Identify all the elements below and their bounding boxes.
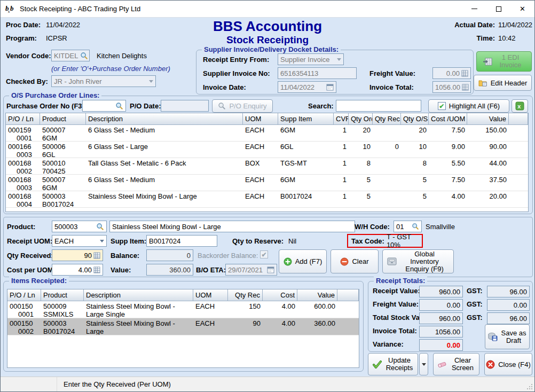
calculator-icon[interactable] xyxy=(462,84,469,91)
supplier-invoice-no-input[interactable]: 6516354113 xyxy=(278,67,357,79)
column-header[interactable]: Qty Rec xyxy=(228,289,263,301)
program-value: ICPSR xyxy=(46,34,67,42)
cost-per-uom-input[interactable]: 4.00 xyxy=(52,264,103,276)
cell: 0001660003 xyxy=(6,142,40,158)
checked-by-select[interactable]: JR - John River xyxy=(51,75,156,87)
calculator-icon[interactable] xyxy=(461,70,468,77)
po-line-row[interactable]: 0001680002500010700425Tall Glass Set - M… xyxy=(6,158,528,175)
totals-value-field: 0.00 xyxy=(419,299,463,311)
minimize-icon xyxy=(471,9,477,9)
receipt-row[interactable]: 0001500002500003B0017024Stainless Steel … xyxy=(7,318,359,335)
cell xyxy=(509,158,528,174)
column-header[interactable]: UOM xyxy=(193,289,228,301)
gst-label: GST: xyxy=(467,300,483,308)
column-header[interactable]: CVF xyxy=(334,113,349,125)
supplier-details-legend: Supplier Invoice/Delivery Docket Details… xyxy=(202,45,341,53)
receipt-uom-select[interactable]: EACH xyxy=(52,235,107,247)
cell: 500003B0017024 xyxy=(41,318,84,335)
invoice-total-input[interactable]: 1056.00 xyxy=(432,81,471,93)
qty-to-reserve-value: Nil xyxy=(288,237,296,245)
backorder-checkbox[interactable]: ✔ xyxy=(260,250,268,258)
clear-screen-button[interactable]: Clear Screen xyxy=(433,353,479,375)
freight-value-input[interactable]: 0.00 xyxy=(432,67,471,79)
balance-field: 0 xyxy=(146,249,193,261)
cell: EACH xyxy=(193,318,228,335)
search-icon[interactable] xyxy=(412,223,419,230)
cell: 6 Glass Set - Medium xyxy=(86,125,243,141)
po-enquiry-button[interactable]: P/O Enquiry xyxy=(212,99,273,113)
column-header[interactable]: Value xyxy=(467,113,509,125)
po-line-row[interactable]: 00015900015000076GM6 Glass Set - MediumE… xyxy=(6,125,528,142)
po-date-input[interactable] xyxy=(161,100,209,112)
close-window-button[interactable]: ✕ xyxy=(510,1,534,17)
column-header[interactable]: Cost /UOM xyxy=(429,113,467,125)
variance-label: Variance: xyxy=(373,340,404,348)
product-label: Product: xyxy=(7,223,35,231)
column-header[interactable]: Cost xyxy=(263,289,297,301)
cell: BOX xyxy=(243,158,278,174)
export-excel-button[interactable]: x xyxy=(512,99,528,113)
column-header[interactable]: Value xyxy=(297,289,337,301)
highlight-all-button[interactable]: ✔ Highlight All (F6) xyxy=(428,99,509,113)
svg-text:s: s xyxy=(8,9,10,14)
cell: EACH xyxy=(243,125,278,141)
resize-grip[interactable] xyxy=(531,388,532,389)
po-lines-group: O/S Purchase Order Lines: Purchase Order… xyxy=(3,96,533,214)
search-icon[interactable] xyxy=(96,223,104,231)
column-header[interactable]: Qty O/S xyxy=(401,113,429,125)
add-button[interactable]: Add (F7) xyxy=(279,249,327,273)
maximize-button[interactable] xyxy=(486,1,510,17)
column-header[interactable]: Product xyxy=(40,113,86,125)
calculator-icon[interactable] xyxy=(93,266,100,273)
invoice-date-input[interactable]: 11/04/2022 xyxy=(278,81,336,93)
clear-button[interactable]: Clear xyxy=(331,249,379,273)
close-button[interactable]: Close (F4) xyxy=(484,353,532,375)
column-header[interactable]: P/O / Ln xyxy=(7,289,41,301)
svg-text:b: b xyxy=(10,4,14,12)
receipt-entry-from-select[interactable]: Supplier Invoice xyxy=(278,53,344,65)
update-receipts-button[interactable]: Update Receipts xyxy=(368,353,418,375)
receipt-entry-from-label: Receipt Entry From: xyxy=(203,56,269,64)
column-header[interactable]: P/O / Ln xyxy=(6,113,40,125)
qty-received-input[interactable]: 90 xyxy=(52,249,103,261)
bo-eta-input[interactable]: 29/07/2021 xyxy=(225,264,277,276)
receipt-row[interactable]: 0001500001500009SSMIXLSStainless Steel M… xyxy=(7,301,359,318)
column-header[interactable]: Product xyxy=(41,289,84,301)
vendor-code-input[interactable]: KITDEL xyxy=(51,50,90,61)
inventory-drawer-icon xyxy=(387,257,397,265)
calendar-icon[interactable] xyxy=(267,266,274,273)
edit-header-button[interactable]: Edit Header xyxy=(474,75,532,91)
cell: 500009SSMIXLS xyxy=(41,301,84,318)
supp-item-input[interactable]: B0017024 xyxy=(146,235,217,247)
totals-invoice-total-label: Invoice Total: xyxy=(373,327,417,335)
save-as-draft-button[interactable]: Save as Draft xyxy=(485,324,530,349)
close-label: Close (F4) xyxy=(498,360,531,369)
column-header[interactable]: Description xyxy=(84,289,193,301)
column-header[interactable]: Supp Item xyxy=(278,113,334,125)
po-line-row[interactable]: 0001680004500003B0017024Stainless Steel … xyxy=(6,191,528,208)
column-header[interactable]: Description xyxy=(86,113,243,125)
wh-code-input[interactable]: 01 xyxy=(394,221,422,232)
product-description-field[interactable]: Stainless Steel Mixing Bowl - Large xyxy=(109,221,355,232)
cell: 150.00 xyxy=(467,125,509,141)
update-receipts-menu-button[interactable] xyxy=(419,353,428,375)
global-inventory-enquiry-button[interactable]: Global Inventory Enquiry (F9) xyxy=(382,249,454,273)
minimize-button[interactable] xyxy=(462,1,486,17)
calculator-icon[interactable] xyxy=(93,252,100,259)
cell: 500010700425 xyxy=(40,158,86,174)
column-header[interactable]: UOM xyxy=(243,113,278,125)
po-line-row[interactable]: 00016800035000076GM6 Glass Set - MediumE… xyxy=(6,175,528,191)
search-icon[interactable] xyxy=(115,102,123,110)
search-input[interactable] xyxy=(336,100,421,112)
po-line-row[interactable]: 00016600035000066GL6 Glass Set - LargeEA… xyxy=(6,142,528,158)
purchase-order-no-input[interactable] xyxy=(82,100,126,112)
tax-code-value: T - GST 10% xyxy=(387,233,419,249)
add-label: Add (F7) xyxy=(295,257,322,265)
edi-invoice-button[interactable]: 1 EDI Invoice xyxy=(476,51,532,72)
search-icon[interactable] xyxy=(80,52,88,60)
cell: 6GL xyxy=(278,142,334,158)
column-header[interactable]: Qty Rec xyxy=(373,113,401,125)
column-header[interactable]: Qty Ord xyxy=(349,113,373,125)
calendar-icon[interactable] xyxy=(326,83,334,91)
product-input[interactable]: 500003 xyxy=(52,221,107,232)
